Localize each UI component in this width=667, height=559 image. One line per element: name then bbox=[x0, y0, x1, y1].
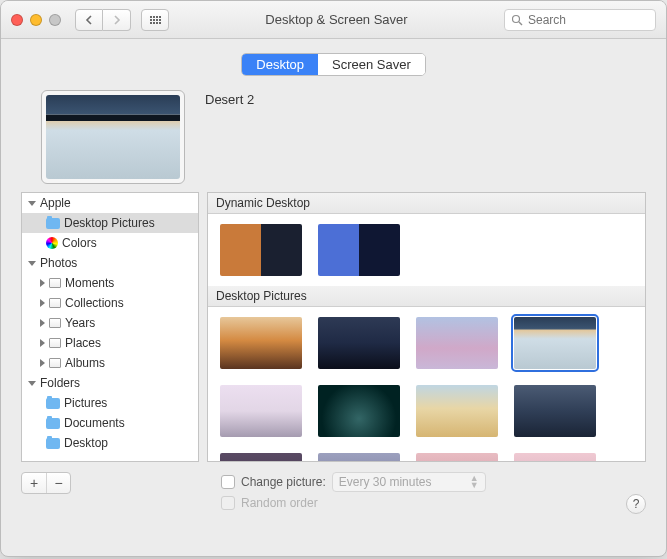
dynamic-thumbs bbox=[208, 214, 645, 286]
folder-icon bbox=[46, 398, 60, 409]
thumb-pic-8[interactable] bbox=[514, 385, 596, 437]
thumb-pic-7[interactable] bbox=[416, 385, 498, 437]
colorwheel-icon bbox=[46, 237, 58, 249]
photolib-icon bbox=[49, 318, 61, 328]
thumb-pic-2[interactable] bbox=[318, 317, 400, 369]
interval-value: Every 30 minutes bbox=[339, 475, 432, 489]
svg-point-0 bbox=[513, 15, 520, 22]
thumb-dynamic-1[interactable] bbox=[220, 224, 302, 276]
chevron-right-icon bbox=[113, 15, 121, 25]
sidebar-item-folders[interactable]: Folders bbox=[22, 373, 198, 393]
disclosure-right-icon bbox=[40, 359, 45, 367]
random-order-label: Random order bbox=[241, 496, 318, 510]
main-row: Apple Desktop Pictures Colors Photos Mom… bbox=[1, 192, 666, 462]
sidebar-item-desktop-folder[interactable]: Desktop bbox=[22, 433, 198, 453]
section-pictures: Desktop Pictures bbox=[208, 286, 645, 307]
picture-thumbs bbox=[208, 307, 645, 462]
close-icon[interactable] bbox=[11, 14, 23, 26]
current-preview bbox=[41, 90, 185, 184]
sidebar-item-apple[interactable]: Apple bbox=[22, 193, 198, 213]
search-input[interactable] bbox=[528, 13, 649, 27]
stepper-icon: ▲▼ bbox=[470, 475, 479, 489]
change-options: Change picture: Every 30 minutes ▲▼ Rand… bbox=[221, 472, 486, 510]
disclosure-right-icon bbox=[40, 339, 45, 347]
remove-button[interactable]: − bbox=[46, 473, 70, 493]
titlebar: Desktop & Screen Saver bbox=[1, 1, 666, 39]
sidebar-item-photos[interactable]: Photos bbox=[22, 253, 198, 273]
source-sidebar[interactable]: Apple Desktop Pictures Colors Photos Mom… bbox=[21, 192, 199, 462]
sidebar-item-desktop-pictures[interactable]: Desktop Pictures bbox=[22, 213, 198, 233]
tab-desktop[interactable]: Desktop bbox=[242, 54, 318, 75]
zoom-icon bbox=[49, 14, 61, 26]
back-button[interactable] bbox=[75, 9, 103, 31]
thumb-pic-11[interactable] bbox=[416, 453, 498, 462]
tabs: Desktop Screen Saver bbox=[241, 53, 425, 76]
disclosure-right-icon bbox=[40, 319, 45, 327]
disclosure-right-icon bbox=[40, 279, 45, 287]
show-all-button[interactable] bbox=[141, 9, 169, 31]
random-order-checkbox bbox=[221, 496, 235, 510]
thumb-pic-4[interactable] bbox=[514, 317, 596, 369]
thumbnail-content: Dynamic Desktop Desktop Pictures bbox=[207, 192, 646, 462]
folder-icon bbox=[46, 218, 60, 229]
chevron-left-icon bbox=[85, 15, 93, 25]
forward-button[interactable] bbox=[103, 9, 131, 31]
disclosure-down-icon bbox=[28, 201, 36, 206]
plus-icon: + bbox=[30, 475, 38, 491]
thumb-pic-5[interactable] bbox=[220, 385, 302, 437]
help-button[interactable]: ? bbox=[626, 494, 646, 514]
photolib-icon bbox=[49, 358, 61, 368]
interval-select: Every 30 minutes ▲▼ bbox=[332, 472, 486, 492]
thumb-pic-12[interactable] bbox=[514, 453, 596, 462]
thumb-pic-10[interactable] bbox=[318, 453, 400, 462]
search-field[interactable] bbox=[504, 9, 656, 31]
preview-row: Desert 2 bbox=[1, 76, 666, 192]
disclosure-right-icon bbox=[40, 299, 45, 307]
prefs-window: Desktop & Screen Saver Desktop Screen Sa… bbox=[0, 0, 667, 557]
change-picture-checkbox[interactable] bbox=[221, 475, 235, 489]
section-dynamic: Dynamic Desktop bbox=[208, 193, 645, 214]
photolib-icon bbox=[49, 338, 61, 348]
grid-icon bbox=[150, 16, 161, 24]
thumb-dynamic-2[interactable] bbox=[318, 224, 400, 276]
photolib-icon bbox=[49, 278, 61, 288]
minus-icon: − bbox=[54, 475, 62, 491]
sidebar-item-collections[interactable]: Collections bbox=[22, 293, 198, 313]
window-title: Desktop & Screen Saver bbox=[169, 12, 504, 27]
sidebar-item-documents[interactable]: Documents bbox=[22, 413, 198, 433]
add-remove-group: + − bbox=[21, 472, 71, 494]
search-icon bbox=[511, 14, 523, 26]
photolib-icon bbox=[49, 298, 61, 308]
thumb-pic-6[interactable] bbox=[318, 385, 400, 437]
footer: + − Change picture: Every 30 minutes ▲▼ … bbox=[1, 462, 666, 510]
current-name: Desert 2 bbox=[205, 90, 254, 107]
sidebar-item-albums[interactable]: Albums bbox=[22, 353, 198, 373]
folder-icon bbox=[46, 418, 60, 429]
sidebar-item-places[interactable]: Places bbox=[22, 333, 198, 353]
minimize-icon[interactable] bbox=[30, 14, 42, 26]
disclosure-down-icon bbox=[28, 381, 36, 386]
thumb-pic-9[interactable] bbox=[220, 453, 302, 462]
sidebar-item-years[interactable]: Years bbox=[22, 313, 198, 333]
traffic-lights bbox=[11, 14, 61, 26]
preview-image bbox=[46, 95, 180, 179]
sidebar-item-pictures[interactable]: Pictures bbox=[22, 393, 198, 413]
svg-line-1 bbox=[519, 22, 522, 25]
add-button[interactable]: + bbox=[22, 473, 46, 493]
tab-screensaver[interactable]: Screen Saver bbox=[318, 54, 425, 75]
sidebar-item-moments[interactable]: Moments bbox=[22, 273, 198, 293]
sidebar-item-colors[interactable]: Colors bbox=[22, 233, 198, 253]
change-picture-label: Change picture: bbox=[241, 475, 326, 489]
disclosure-down-icon bbox=[28, 261, 36, 266]
thumb-pic-3[interactable] bbox=[416, 317, 498, 369]
tabs-row: Desktop Screen Saver bbox=[1, 39, 666, 76]
nav-buttons bbox=[75, 9, 131, 31]
folder-icon bbox=[46, 438, 60, 449]
thumb-pic-1[interactable] bbox=[220, 317, 302, 369]
